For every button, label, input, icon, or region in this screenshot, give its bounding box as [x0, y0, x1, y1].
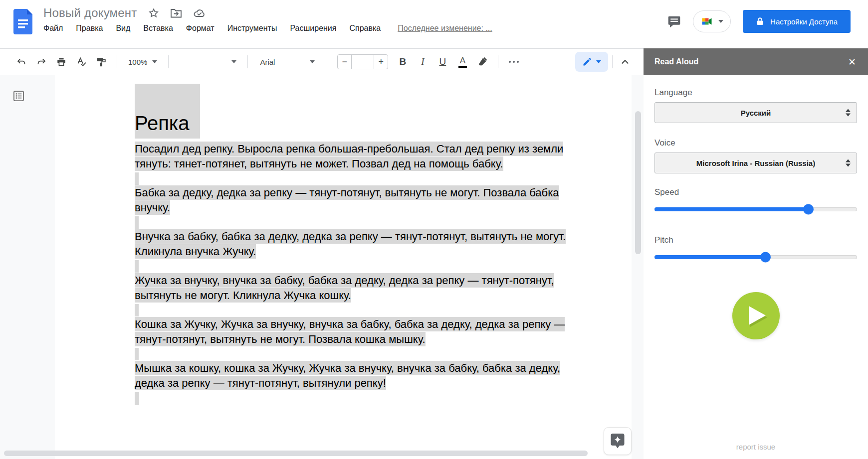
left-rail	[0, 75, 55, 459]
selected-blank-line	[135, 215, 574, 229]
paragraph[interactable]: Кошка за Жучку, Жучка за внучку, внучка …	[135, 317, 574, 347]
star-icon[interactable]	[148, 7, 159, 18]
toolbar-separator	[247, 55, 248, 68]
cloud-saved-icon[interactable]	[193, 7, 206, 18]
toolbar-separator	[612, 55, 613, 68]
docs-logo-icon[interactable]	[13, 9, 32, 35]
main-content: 100% Arial − + B I	[0, 48, 868, 459]
chevron-down-icon	[231, 60, 236, 63]
editing-mode-button[interactable]	[575, 52, 608, 72]
panel-header: Read Aloud ✕	[644, 48, 868, 75]
pitch-slider[interactable]	[654, 252, 857, 262]
toolbar-separator	[327, 55, 327, 68]
header-actions: Настройки Доступа	[667, 0, 851, 43]
explore-button[interactable]	[604, 427, 632, 455]
document-text: Репка Посадил дед репку. Выросла репка б…	[135, 84, 574, 405]
toolbar-separator	[498, 55, 498, 68]
ellipsis-icon	[509, 61, 519, 63]
spellcheck-button[interactable]	[73, 53, 90, 70]
selected-blank-line	[135, 259, 574, 273]
document-heading[interactable]: Репка	[135, 84, 574, 139]
move-to-folder-icon[interactable]	[170, 7, 182, 18]
pitch-slider-thumb[interactable]	[760, 252, 771, 263]
underline-button[interactable]: U	[434, 53, 451, 70]
chevron-down-icon	[152, 60, 157, 63]
report-issue-link[interactable]: report issue	[644, 443, 868, 451]
speed-slider-fill	[654, 207, 809, 211]
menu-help[interactable]: Справка	[349, 24, 381, 33]
more-options-button[interactable]	[505, 53, 522, 70]
language-label: Language	[654, 88, 857, 98]
bold-button[interactable]: B	[394, 53, 411, 70]
toolbar-separator	[168, 55, 169, 68]
horizontal-scrollbar[interactable]	[4, 451, 588, 456]
zoom-select[interactable]: 100%	[124, 53, 161, 70]
paragraph[interactable]: Бабка за дедку, дедка за репку — тянут-п…	[135, 185, 574, 215]
decrease-font-size-button[interactable]: −	[338, 54, 351, 69]
document-page[interactable]: Репка Посадил дед репку. Выросла репка б…	[55, 75, 632, 459]
print-button[interactable]	[53, 53, 70, 70]
speed-slider-track[interactable]	[654, 207, 857, 211]
font-size-input[interactable]	[351, 54, 374, 69]
play-button[interactable]	[732, 292, 780, 339]
document-area: Репка Посадил дед репку. Выросла репка б…	[0, 75, 644, 459]
select-arrows-icon	[846, 109, 851, 117]
selected-blank-line	[135, 347, 574, 361]
speed-slider-thumb[interactable]	[803, 204, 814, 215]
share-settings-button[interactable]: Настройки Доступа	[743, 10, 851, 33]
italic-button[interactable]: I	[414, 53, 431, 70]
document-title[interactable]: Новый документ	[43, 6, 137, 20]
show-outline-button[interactable]	[13, 90, 24, 102]
menu-insert[interactable]: Вставка	[143, 24, 173, 33]
voice-select[interactable]: Microsoft Irina - Russian (Russia)	[654, 153, 857, 173]
language-value: Русский	[741, 109, 771, 117]
menu-bar: Файл Правка Вид Вставка Формат Инструмен…	[43, 24, 492, 33]
last-edit-link[interactable]: Последнее изменение: ...	[398, 24, 492, 33]
increase-font-size-button[interactable]: +	[374, 54, 388, 69]
close-panel-button[interactable]: ✕	[848, 57, 856, 67]
selected-paragraph-mark	[135, 392, 139, 405]
menu-format[interactable]: Формат	[186, 24, 215, 33]
comments-button[interactable]	[667, 15, 681, 28]
panel-title: Read Aloud	[654, 57, 698, 66]
paragraph[interactable]: Внучка за бабку, бабка за дедку, дедка з…	[135, 229, 574, 259]
hide-menus-button[interactable]	[617, 53, 634, 70]
read-aloud-panel: Read Aloud ✕ Language Русский Voice Micr…	[644, 48, 868, 459]
sparkle-badge-icon	[610, 433, 625, 450]
play-icon	[749, 306, 766, 325]
menu-file[interactable]: Файл	[43, 24, 63, 33]
toolbar: 100% Arial − + B I	[0, 48, 644, 75]
selected-blank-line	[135, 171, 574, 185]
pencil-icon	[582, 57, 592, 67]
paragraph-styles-select[interactable]	[176, 53, 240, 70]
google-meet-icon	[700, 15, 713, 27]
paragraph[interactable]: Мышка за кошку, кошка за Жучку, Жучка за…	[135, 361, 574, 391]
google-docs-window: Новый документ	[0, 0, 868, 459]
menu-view[interactable]: Вид	[116, 24, 130, 33]
menu-edit[interactable]: Правка	[76, 24, 103, 33]
highlight-color-button[interactable]	[474, 53, 491, 70]
chevron-down-icon	[596, 60, 601, 63]
text-color-button[interactable]: A	[454, 53, 471, 70]
voice-value: Microsoft Irina - Russian (Russia)	[696, 159, 815, 167]
font-family-select[interactable]: Arial	[255, 53, 320, 70]
language-select[interactable]: Русский	[654, 102, 857, 123]
meet-call-button[interactable]	[693, 10, 731, 32]
menu-tools[interactable]: Инструменты	[227, 24, 277, 33]
font-family-value: Arial	[260, 58, 275, 66]
paint-format-button[interactable]	[93, 53, 110, 70]
select-arrows-icon	[846, 159, 851, 167]
share-button-label: Настройки Доступа	[770, 17, 838, 26]
paragraph[interactable]: Посадил дед репку. Выросла репка большая…	[135, 142, 574, 171]
speed-slider[interactable]	[654, 204, 857, 214]
redo-button[interactable]	[33, 53, 50, 70]
paragraph[interactable]: Жучка за внучку, внучка за бабку, бабка …	[135, 273, 574, 303]
lock-icon	[756, 16, 764, 26]
pitch-slider-track[interactable]	[654, 255, 857, 259]
chevron-down-icon	[310, 60, 315, 63]
menu-extensions[interactable]: Расширения	[290, 24, 336, 33]
undo-button[interactable]	[13, 53, 30, 70]
vertical-scrollbar[interactable]	[635, 111, 641, 254]
pitch-slider-fill	[654, 255, 766, 259]
panel-body: Language Русский Voice Microsoft Irina -…	[644, 75, 868, 459]
